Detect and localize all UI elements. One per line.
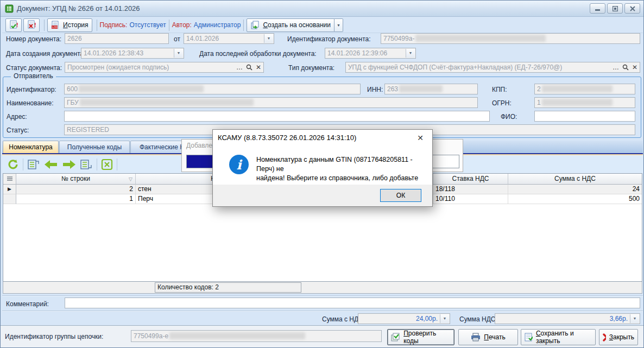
- created-date-label: Дата создания документа:: [6, 48, 86, 59]
- search-icon[interactable]: [622, 64, 629, 71]
- refresh-button[interactable]: [7, 159, 19, 170]
- sender-id-label: Идентификатор:: [7, 84, 56, 95]
- doc-check-icon: !: [9, 20, 18, 30]
- cell-sum[interactable]: 500: [508, 194, 642, 204]
- date-dropdown-icon: ▼: [406, 49, 415, 58]
- progress-window-title: Добавлен: [186, 142, 216, 149]
- close-form-label: Закрыть: [609, 333, 634, 341]
- red-x-icon: [603, 333, 606, 341]
- toolbar-separator: [23, 159, 23, 170]
- clear-button[interactable]: ✕: [256, 62, 261, 72]
- reject-document-button[interactable]: !: [23, 18, 40, 32]
- export-excel-button[interactable]: [101, 159, 113, 170]
- doc-number-field: 2626: [65, 33, 169, 44]
- signature-label: Подпись:: [100, 21, 128, 29]
- sender-kpp-label: КПП:: [492, 84, 507, 95]
- redacted-text: [415, 35, 546, 42]
- dialog-footer: ОК: [213, 185, 432, 206]
- column-header-vat-rate[interactable]: Ставка НДС: [433, 174, 508, 185]
- toolbar-separator: [117, 159, 117, 170]
- doc-number-label: Номер документа:: [6, 34, 61, 45]
- redacted-text: [79, 85, 204, 92]
- doc-type-label: Тип документа:: [288, 62, 334, 73]
- check-codes-label: Проверить коды: [403, 330, 451, 345]
- doc-type-field: УПД с функцией СЧФДОП (Счёт-фактура+Накл…: [345, 62, 640, 73]
- move-all-left-button[interactable]: [27, 159, 40, 170]
- save-close-button[interactable]: Сохранить и закрыть: [521, 329, 596, 345]
- chain-group-field: 7750499a-e: [131, 330, 382, 342]
- svg-text:LOG: LOG: [52, 26, 59, 29]
- author-value: Администратор: [194, 21, 241, 29]
- dialog-message-line1: Номенклатура с данным GTIN (087176482058…: [256, 155, 426, 174]
- dropdown-icon[interactable]: ▼: [440, 314, 449, 323]
- history-label: История: [63, 21, 89, 29]
- ellipsis-button[interactable]: …: [613, 62, 619, 72]
- close-icon: [630, 6, 635, 11]
- close-button[interactable]: [624, 3, 640, 14]
- cell-vat-rate[interactable]: 10/110: [433, 194, 508, 204]
- move-left-button[interactable]: [44, 160, 58, 169]
- tab-received-codes[interactable]: Полученные коды: [59, 141, 130, 153]
- maximize-button[interactable]: [607, 3, 623, 14]
- print-label: Печать: [484, 333, 505, 341]
- sign-document-button[interactable]: !: [5, 18, 22, 32]
- column-header-row-number[interactable]: № строки ▽: [16, 174, 136, 185]
- cell-sum[interactable]: 24: [508, 185, 642, 194]
- sender-id-field: 600: [64, 84, 361, 94]
- arrow-left-icon: [44, 160, 58, 169]
- toolbar-separator: [97, 20, 97, 31]
- sender-kpp-field: 2: [534, 84, 635, 94]
- create-based-on-button[interactable]: Создать на основании: [247, 18, 334, 32]
- search-icon[interactable]: [246, 64, 252, 71]
- sender-address-field[interactable]: [64, 111, 490, 122]
- created-date-field: 14.01.2026 12:38:43 ▼: [81, 48, 184, 59]
- history-button[interactable]: LOG История: [47, 18, 92, 32]
- ok-button[interactable]: ОК: [380, 189, 421, 202]
- tab-nomenklatura[interactable]: Номенклатура: [3, 141, 59, 153]
- list-out-icon: [27, 159, 40, 170]
- svg-text:!: !: [34, 22, 36, 28]
- doc-date-from-label: от: [174, 34, 180, 45]
- arrow-right-icon: [62, 160, 76, 169]
- save-icon: [525, 333, 533, 341]
- sender-name-label: Наименование:: [7, 98, 54, 109]
- chevron-down-icon: ▼: [337, 23, 340, 27]
- bottom-bar: Идентификатор группы цепочки: 7750499a-e…: [1, 325, 643, 347]
- title-bar: Документ: УПД № 2626 от 14.01.2026: [1, 1, 643, 17]
- processed-date-label: Дата последней обработки документа:: [199, 48, 317, 59]
- list-in-icon: [80, 159, 93, 170]
- print-button[interactable]: Печать: [458, 329, 518, 345]
- sender-inn-field: 263: [384, 84, 478, 94]
- toolbar-separator: [97, 159, 97, 170]
- refresh-icon: [7, 159, 19, 170]
- comment-label: Комментарий:: [6, 299, 49, 309]
- sender-status-label: Статус:: [7, 125, 29, 136]
- minimize-button[interactable]: [590, 3, 605, 14]
- move-right-button[interactable]: [62, 160, 76, 169]
- dropdown-icon[interactable]: ▼: [630, 314, 639, 323]
- sender-ogrn-field: 1: [534, 97, 635, 108]
- cell-vat-rate[interactable]: 18/118: [433, 185, 508, 194]
- sender-fio-field[interactable]: [534, 111, 635, 122]
- ellipsis-button[interactable]: …: [236, 62, 243, 72]
- redacted-text: [169, 332, 305, 339]
- move-all-right-button[interactable]: [80, 159, 93, 170]
- dialog-close-button[interactable]: ✕: [409, 130, 432, 145]
- create-based-on-label: Создать на основании: [263, 21, 331, 29]
- comment-field[interactable]: [65, 298, 640, 308]
- minimize-icon: [595, 6, 601, 11]
- toolbar-separator: [44, 20, 45, 31]
- column-header-sum-with-vat[interactable]: Сумма с НДС: [508, 174, 642, 185]
- clear-button[interactable]: ✕: [632, 62, 637, 72]
- cell-row-number[interactable]: 2: [16, 185, 136, 194]
- message-dialog: КСАМУ (8.8.73.35072 26.01.2026 14:31:10)…: [212, 129, 433, 207]
- date-dropdown-icon: ▼: [264, 34, 273, 43]
- close-form-button[interactable]: Закрыть: [599, 329, 638, 345]
- sender-address-label: Адрес:: [7, 111, 27, 122]
- cell-row-number[interactable]: 1: [16, 194, 136, 204]
- create-based-on-dropdown[interactable]: ▼: [334, 18, 343, 32]
- check-codes-button[interactable]: Проверить коды: [387, 329, 454, 345]
- current-row-marker: ▶: [3, 185, 16, 194]
- filter-icon[interactable]: ▽: [129, 176, 132, 182]
- chain-group-label: Идентификатор группы цепочки:: [5, 331, 103, 342]
